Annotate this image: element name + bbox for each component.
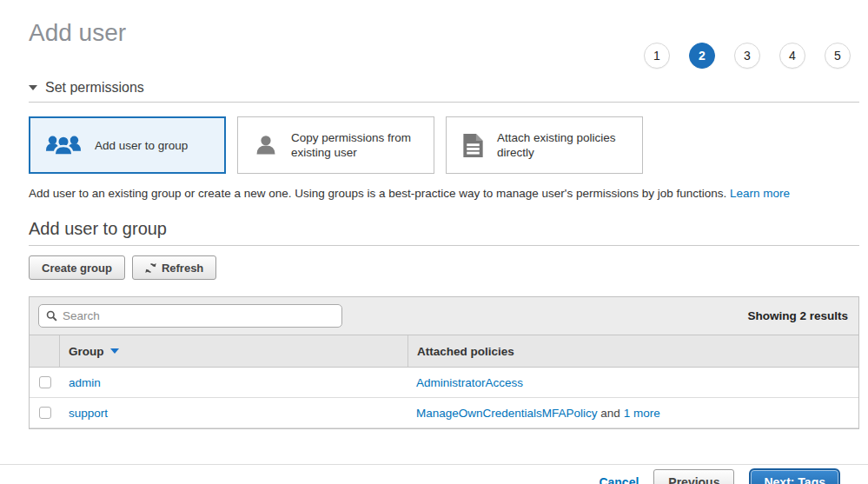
card-label: Add user to group bbox=[95, 138, 188, 153]
refresh-label: Refresh bbox=[162, 262, 203, 275]
sort-descending-icon bbox=[110, 348, 119, 354]
description-text: Add user to an existing group or create … bbox=[29, 187, 730, 200]
group-cell: admin bbox=[60, 376, 407, 389]
row-checkbox-cell bbox=[30, 368, 60, 397]
policies-cell: ManageOwnCredentialsMFAPolicy and 1 more bbox=[407, 398, 858, 428]
search-icon bbox=[46, 310, 57, 322]
table-header-row: Group Attached policies bbox=[30, 335, 858, 368]
table-row: support ManageOwnCredentialsMFAPolicy an… bbox=[30, 398, 858, 428]
policies-cell: AdministratorAccess bbox=[407, 368, 858, 397]
divider bbox=[29, 245, 859, 246]
add-user-wizard: Add user 1 2 3 4 5 Set permissions bbox=[0, 19, 868, 484]
previous-button[interactable]: Previous bbox=[653, 469, 734, 484]
step-3: 3 bbox=[734, 43, 760, 69]
group-column-label: Group bbox=[69, 345, 104, 358]
wizard-footer: Cancel Previous Next: Tags bbox=[0, 464, 868, 484]
card-label: Copy permissions from existing user bbox=[291, 130, 421, 160]
policies-column-label: Attached policies bbox=[417, 345, 514, 358]
group-column-header[interactable]: Group bbox=[60, 345, 407, 358]
results-count: Showing 2 results bbox=[747, 309, 850, 322]
create-group-button[interactable]: Create group bbox=[29, 255, 125, 280]
cancel-link[interactable]: Cancel bbox=[599, 475, 639, 484]
step-2-active: 2 bbox=[689, 43, 715, 69]
card-copy-permissions[interactable]: Copy permissions from existing user bbox=[237, 116, 434, 174]
policies-column-header: Attached policies bbox=[407, 335, 858, 367]
card-attach-policies[interactable]: Attach existing policies directly bbox=[446, 116, 643, 174]
search-input[interactable] bbox=[63, 309, 335, 322]
row-checkbox-cell bbox=[30, 398, 60, 428]
user-icon bbox=[254, 133, 278, 157]
collapse-caret-icon bbox=[29, 85, 37, 90]
step-1: 1 bbox=[644, 43, 670, 69]
refresh-icon bbox=[145, 262, 156, 274]
table-row: admin AdministratorAccess bbox=[30, 368, 858, 398]
policy-link[interactable]: AdministratorAccess bbox=[416, 376, 523, 389]
policy-document-icon bbox=[462, 133, 484, 158]
policy-link[interactable]: ManageOwnCredentialsMFAPolicy bbox=[416, 407, 598, 420]
refresh-button[interactable]: Refresh bbox=[132, 255, 216, 280]
row-checkbox[interactable] bbox=[39, 407, 51, 419]
step-5: 5 bbox=[825, 43, 851, 69]
group-toolbar: Create group Refresh bbox=[29, 255, 859, 280]
card-add-user-to-group[interactable]: Add user to group bbox=[29, 116, 226, 174]
learn-more-link[interactable]: Learn more bbox=[730, 187, 790, 200]
table-search-bar: Showing 2 results bbox=[30, 297, 858, 335]
next-tags-button[interactable]: Next: Tags bbox=[749, 468, 840, 484]
divider bbox=[29, 102, 859, 103]
card-label: Attach existing policies directly bbox=[497, 130, 627, 160]
search-input-container[interactable] bbox=[38, 304, 342, 328]
set-permissions-section-toggle[interactable]: Set permissions bbox=[29, 80, 859, 96]
wizard-step-indicator: 1 2 3 4 5 bbox=[644, 43, 851, 69]
permission-option-cards: Add user to group Copy permissions from … bbox=[29, 116, 859, 174]
select-all-column bbox=[30, 335, 60, 367]
user-group-icon bbox=[45, 131, 82, 159]
policy-joiner-text: and bbox=[598, 407, 624, 420]
more-policies-link[interactable]: 1 more bbox=[624, 407, 660, 420]
group-link[interactable]: support bbox=[69, 407, 108, 420]
groups-table-panel: Showing 2 results Group Attached policie… bbox=[29, 296, 859, 429]
row-checkbox[interactable] bbox=[39, 376, 51, 388]
section-title: Set permissions bbox=[45, 80, 144, 96]
step-4: 4 bbox=[779, 43, 805, 69]
group-cell: support bbox=[60, 407, 407, 420]
section-description: Add user to an existing group or create … bbox=[29, 187, 859, 200]
add-user-to-group-heading: Add user to group bbox=[29, 219, 859, 239]
group-link[interactable]: admin bbox=[69, 376, 101, 389]
